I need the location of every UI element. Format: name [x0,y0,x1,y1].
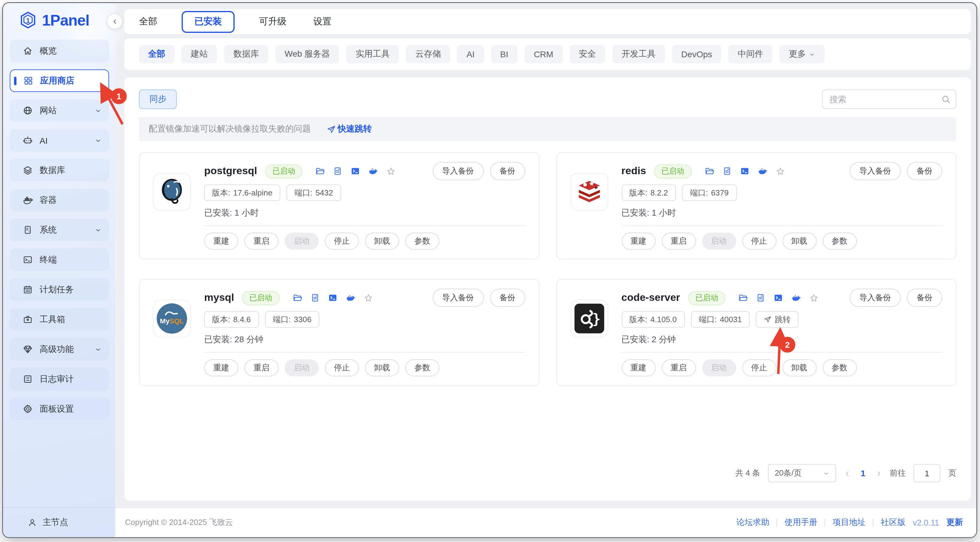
backup-button[interactable]: 备份 [907,288,942,307]
stop-button[interactable]: 停止 [742,359,776,376]
sidebar-item-terminal[interactable]: 终端 [10,249,109,271]
category-cloud-storage[interactable]: 云存储 [406,45,450,63]
import-backup-button[interactable]: 导入备份 [433,288,484,307]
uninstall-button[interactable]: 卸载 [365,359,399,376]
category-web-server[interactable]: Web 服务器 [275,45,339,63]
rebuild-button[interactable]: 重建 [621,233,655,250]
params-button[interactable]: 参数 [405,233,439,250]
app-card-redis: redis 已启动 导入备份 [556,152,956,260]
category-security[interactable]: 安全 [570,45,605,63]
tab-upgradable[interactable]: 可升级 [256,9,289,34]
uninstall-button[interactable]: 卸载 [365,233,399,250]
stop-button[interactable]: 停止 [325,359,359,376]
sidebar-item-app-store[interactable]: 应用商店 [10,70,109,92]
stop-button[interactable]: 停止 [325,233,359,250]
category-ai[interactable]: AI [457,45,484,63]
restart-button[interactable]: 重启 [244,233,278,250]
log-file-icon[interactable] [722,166,732,176]
rebuild-button[interactable]: 重建 [204,233,238,250]
current-page[interactable]: 1 [858,468,868,478]
favorite-star-icon[interactable] [363,293,373,303]
terminal-icon[interactable] [774,293,783,303]
sidebar-item-database[interactable]: 数据库 [10,159,109,181]
category-crm[interactable]: CRM [525,45,563,63]
search-input[interactable] [822,90,956,109]
prev-page-button[interactable]: ‹ [844,468,850,479]
sidebar-item-cron[interactable]: 计划任务 [10,278,109,301]
backup-button[interactable]: 备份 [490,288,525,307]
backup-button[interactable]: 备份 [490,162,525,180]
rebuild-button[interactable]: 重建 [621,359,655,376]
quick-jump-link[interactable]: 快速跳转 [327,124,372,135]
favorite-star-icon[interactable] [809,293,819,303]
uninstall-button[interactable]: 卸载 [782,233,816,250]
restart-button[interactable]: 重启 [662,233,696,250]
category-devtools[interactable]: 开发工具 [612,45,665,63]
terminal-icon[interactable] [740,166,749,176]
category-database[interactable]: 数据库 [224,45,268,63]
docker-whale-icon[interactable] [368,166,378,176]
manual-link[interactable]: 使用手册 [784,517,817,528]
docker-whale-icon[interactable] [791,293,801,303]
params-button[interactable]: 参数 [822,359,857,376]
restart-button[interactable]: 重启 [244,359,278,376]
tab-installed[interactable]: 已安装 [181,11,235,33]
sidebar-item-label: 数据库 [40,165,65,176]
tab-all[interactable]: 全部 [137,9,160,34]
log-file-icon[interactable] [333,166,343,176]
page-size-select[interactable]: 20条/页 [768,464,836,482]
sidebar-collapse-button[interactable] [107,13,123,29]
folder-icon[interactable] [315,166,325,176]
sidebar-item-system[interactable]: 系统 [10,219,109,241]
sidebar-item-label: 容器 [40,195,57,206]
category-more[interactable]: 更多 [780,45,825,63]
goto-page-input[interactable] [913,464,940,482]
sidebar-item-advanced[interactable]: 高级功能 [10,338,109,361]
category-bi[interactable]: BI [491,45,517,63]
category-devops[interactable]: DevOps [672,45,721,63]
terminal-icon[interactable] [351,166,361,176]
installed-duration: 已安装: 1 小时 [621,208,942,219]
category-tools[interactable]: 实用工具 [347,45,399,63]
log-file-icon[interactable] [310,293,320,303]
sidebar-item-settings[interactable]: 面板设置 [10,398,109,420]
folder-icon[interactable] [704,166,714,176]
docker-whale-icon[interactable] [757,166,767,176]
import-backup-button[interactable]: 导入备份 [850,162,901,180]
terminal-icon[interactable] [328,293,337,303]
project-link[interactable]: 项目地址 [832,517,865,528]
log-file-icon[interactable] [756,293,766,303]
jump-button[interactable]: 跳转 [756,311,799,328]
backup-button[interactable]: 备份 [907,162,942,180]
favorite-star-icon[interactable] [386,166,396,176]
next-page-button[interactable]: › [876,468,882,479]
category-middleware[interactable]: 中间件 [729,45,773,63]
forum-help-link[interactable]: 论坛求助 [736,517,769,528]
sidebar-item-logs[interactable]: 日志审计 [10,368,109,390]
sidebar-item-website[interactable]: 网站 [10,99,109,122]
update-link[interactable]: 更新 [947,517,963,528]
stop-button[interactable]: 停止 [742,233,776,250]
chevron-down-icon [94,226,102,233]
import-backup-button[interactable]: 导入备份 [433,162,484,180]
category-all[interactable]: 全部 [139,45,174,63]
sidebar-item-ai[interactable]: AI [10,129,109,152]
sidebar-item-overview[interactable]: 概览 [10,40,109,62]
params-button[interactable]: 参数 [405,359,439,376]
master-node-selector[interactable]: 主节点 [3,507,115,537]
tab-settings[interactable]: 设置 [311,9,334,34]
params-button[interactable]: 参数 [822,233,857,250]
sidebar-item-toolbox[interactable]: 工具箱 [10,308,109,331]
rebuild-button[interactable]: 重建 [204,359,238,376]
category-website[interactable]: 建站 [181,45,217,63]
sidebar-item-container[interactable]: 容器 [10,189,109,211]
folder-icon[interactable] [738,293,748,303]
folder-icon[interactable] [292,293,302,303]
import-backup-button[interactable]: 导入备份 [850,288,901,307]
docker-whale-icon[interactable] [345,293,355,303]
favorite-star-icon[interactable] [775,166,785,176]
sidebar-item-label: 网站 [40,105,57,116]
sync-button[interactable]: 同步 [139,90,177,109]
uninstall-button[interactable]: 卸载 [782,359,816,376]
restart-button[interactable]: 重启 [662,359,696,376]
